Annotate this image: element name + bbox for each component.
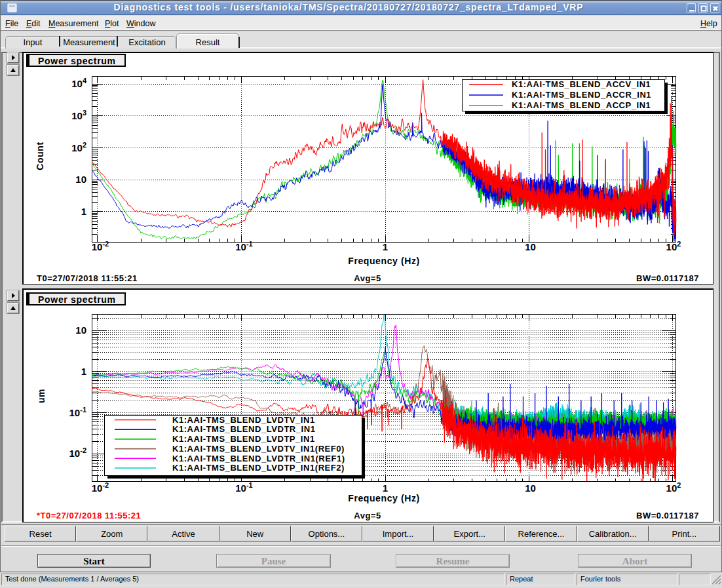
svg-text:BW=0.0117187: BW=0.0117187	[636, 273, 699, 283]
svg-text:Frequency (Hz): Frequency (Hz)	[348, 256, 420, 266]
svg-text:Avg=5: Avg=5	[354, 511, 381, 520]
svg-text:K1:AAI-TMS_BLEND_LVDTV_IN1(REF: K1:AAI-TMS_BLEND_LVDTV_IN1(REF0)	[172, 444, 345, 454]
svg-text:K1:AAI-TMS_BLEND_ACCR_IN1: K1:AAI-TMS_BLEND_ACCR_IN1	[512, 90, 651, 100]
svg-text:103: 103	[71, 109, 86, 121]
svg-text:10: 10	[525, 482, 536, 494]
svg-text:102: 102	[71, 141, 86, 153]
svg-text:10: 10	[75, 174, 86, 185]
svg-text:10-1: 10-1	[69, 406, 86, 418]
svg-text:10-2: 10-2	[92, 481, 109, 494]
svg-text:BW=0.0117187: BW=0.0117187	[636, 511, 699, 520]
svg-text:Frequency (Hz): Frequency (Hz)	[348, 493, 420, 503]
svg-text:10: 10	[525, 241, 536, 252]
svg-text:1: 1	[81, 366, 86, 377]
svg-text:K1:AAI-TMS_BLEND_LVDTV_IN1: K1:AAI-TMS_BLEND_LVDTV_IN1	[172, 415, 315, 425]
svg-text:K1:AAI-TMS_BLEND_ACCV_IN1: K1:AAI-TMS_BLEND_ACCV_IN1	[512, 79, 651, 89]
svg-text:1: 1	[383, 482, 388, 494]
svg-text:Avg=5: Avg=5	[354, 273, 381, 283]
svg-text:1: 1	[81, 206, 86, 217]
svg-text:10-1: 10-1	[235, 240, 252, 252]
svg-text:1: 1	[383, 241, 388, 252]
svg-text:104: 104	[71, 77, 87, 89]
svg-text:K1:AAI-TMS_BLEND_LVDTR_IN1: K1:AAI-TMS_BLEND_LVDTR_IN1	[172, 424, 315, 434]
svg-text:T0=27/07/2018 11:55:21: T0=27/07/2018 11:55:21	[37, 273, 138, 283]
svg-text:K1:AAI-TMS_BLEND_ACCP_IN1: K1:AAI-TMS_BLEND_ACCP_IN1	[512, 100, 651, 110]
svg-text:10-2: 10-2	[69, 446, 86, 459]
svg-text:K1:AAI-TMS_BLEND_LVDTP_IN1: K1:AAI-TMS_BLEND_LVDTP_IN1	[172, 434, 315, 444]
svg-text:102: 102	[666, 240, 681, 252]
svg-text:10-1: 10-1	[235, 481, 252, 494]
svg-text:K1:AAI-TMS_BLEND_LVDTP_IN1(REF: K1:AAI-TMS_BLEND_LVDTP_IN1(REF2)	[172, 463, 345, 473]
svg-text:10-2: 10-2	[92, 240, 109, 252]
svg-text:K1:AAI-TMS_BLEND_LVDTR_IN1(REF: K1:AAI-TMS_BLEND_LVDTR_IN1(REF1)	[172, 454, 345, 463]
svg-text:*T0=27/07/2018 11:55:21: *T0=27/07/2018 11:55:21	[37, 511, 141, 520]
svg-text:Count: Count	[35, 142, 45, 170]
svg-text:102: 102	[666, 481, 681, 494]
svg-text:um: um	[36, 389, 47, 403]
svg-text:10: 10	[75, 324, 86, 336]
